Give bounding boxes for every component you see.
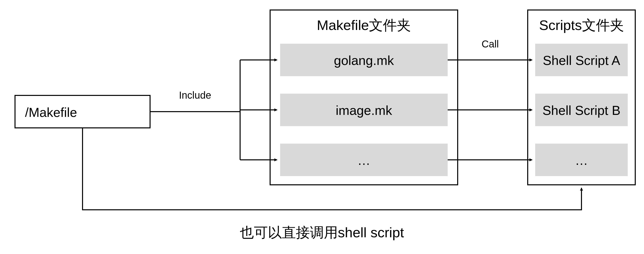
makefile-item-2-label: …: [357, 153, 370, 168]
makefile-item-0-label: golang.mk: [334, 53, 394, 68]
diagram-canvas: /Makefile Makefile文件夹 golang.mk image.mk…: [0, 0, 644, 254]
makefile-item-1-label: image.mk: [336, 103, 392, 118]
include-edge-label: Include: [179, 90, 211, 101]
root-makefile-label: /Makefile: [25, 105, 77, 120]
scripts-item-1-label: Shell Script B: [542, 103, 620, 118]
scripts-item-0-label: Shell Script A: [543, 53, 620, 68]
makefile-folder-title: Makefile文件夹: [317, 17, 411, 33]
scripts-folder-title: Scripts文件夹: [539, 17, 624, 33]
scripts-item-2-label: …: [575, 153, 588, 168]
call-edge-label: Call: [482, 38, 499, 49]
caption-text: 也可以直接调用shell script: [240, 225, 404, 240]
